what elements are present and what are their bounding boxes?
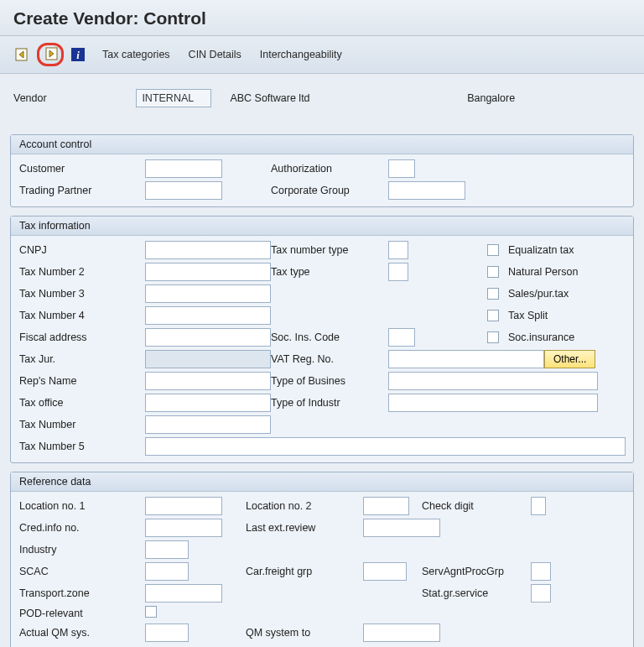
soc-insurance-label: Soc.insurance <box>508 331 626 343</box>
tax-number-4-input[interactable] <box>145 306 271 325</box>
last-ext-review-input[interactable] <box>363 519 440 537</box>
location-no-2-input[interactable] <box>363 497 409 515</box>
actual-qm-sys-input[interactable] <box>145 624 189 642</box>
scac-label: SCAC <box>19 566 145 577</box>
pod-relevant-checkbox[interactable] <box>145 606 157 618</box>
soc-ins-code-input[interactable] <box>388 328 415 347</box>
sales-pur-tax-checkbox[interactable] <box>487 288 499 300</box>
account-control-group: Account control Customer Authorization T… <box>10 134 634 207</box>
authorization-label: Authorization <box>271 163 388 175</box>
vendor-value: INTERNAL <box>136 89 211 107</box>
corporate-group-label: Corporate Group <box>271 185 388 196</box>
natural-person-checkbox[interactable] <box>487 266 499 278</box>
tax-categories-link[interactable]: Tax categories <box>99 47 174 62</box>
reps-name-input[interactable] <box>145 372 271 390</box>
toolbar: i Tax categories CIN Details Interchange… <box>0 36 644 74</box>
tax-type-label: Tax type <box>271 266 388 278</box>
transport-zone-input[interactable] <box>145 584 222 603</box>
actual-qm-sys-label: Actual QM sys. <box>19 627 145 639</box>
highlighted-next-button <box>37 43 64 66</box>
soc-insurance-checkbox[interactable] <box>487 331 499 343</box>
svg-text:i: i <box>76 49 80 61</box>
pod-relevant-label: POD-relevant <box>19 608 145 619</box>
qm-system-to-label: QM system to <box>246 627 363 639</box>
tax-number-type-label: Tax number type <box>271 244 388 256</box>
vendor-header-row: Vendor INTERNAL ABC Software ltd Bangalo… <box>0 74 644 129</box>
serv-agnt-proc-grp-input[interactable] <box>531 562 551 581</box>
vendor-name: ABC Software ltd <box>230 92 459 104</box>
stat-gr-service-input[interactable] <box>531 584 551 603</box>
equalizatn-tax-checkbox[interactable] <box>487 244 499 256</box>
check-digit-input[interactable] <box>531 497 546 515</box>
tax-split-label: Tax Split <box>508 310 626 321</box>
title-bar: Create Vendor: Control <box>0 0 644 36</box>
other-button[interactable]: Other... <box>544 350 595 368</box>
trading-partner-label: Trading Partner <box>19 185 145 196</box>
location-no-2-label: Location no. 2 <box>246 500 363 512</box>
tax-jur-input <box>145 350 271 368</box>
industry-label: Industry <box>19 544 145 556</box>
tax-number-3-input[interactable] <box>145 284 271 303</box>
tax-number-type-input[interactable] <box>388 241 408 259</box>
tax-number-3-label: Tax Number 3 <box>19 288 145 300</box>
interchangeability-link[interactable]: Interchangeability <box>257 47 345 62</box>
customer-input[interactable] <box>145 159 222 178</box>
tax-number-5-input[interactable] <box>145 437 626 456</box>
tax-split-checkbox[interactable] <box>487 310 499 321</box>
account-control-title: Account control <box>11 135 633 154</box>
tax-number-label: Tax Number <box>19 419 145 430</box>
tax-jur-label: Tax Jur. <box>19 353 145 365</box>
car-freight-grp-label: Car.freight grp <box>246 566 363 577</box>
prev-screen-icon[interactable] <box>13 46 32 63</box>
next-screen-icon[interactable] <box>41 45 60 62</box>
authorization-input[interactable] <box>388 159 415 178</box>
customer-label: Customer <box>19 163 145 175</box>
cnpj-input[interactable] <box>145 241 271 259</box>
natural-person-label: Natural Person <box>508 266 626 278</box>
tax-office-label: Tax office <box>19 397 145 409</box>
reps-name-label: Rep's Name <box>19 375 145 387</box>
vat-reg-no-label: VAT Reg. No. <box>271 353 388 365</box>
type-of-business-label: Type of Busines <box>271 375 388 387</box>
equalizatn-tax-label: Equalizatn tax <box>508 244 626 256</box>
cin-details-link[interactable]: CIN Details <box>185 47 245 62</box>
info-icon[interactable]: i <box>69 46 87 63</box>
page-title: Create Vendor: Control <box>13 8 631 29</box>
fiscal-address-input[interactable] <box>145 328 271 347</box>
vat-reg-no-input[interactable] <box>388 350 544 368</box>
vendor-label: Vendor <box>13 92 127 104</box>
qm-system-to-input[interactable] <box>363 624 440 642</box>
tax-number-5-label: Tax Number 5 <box>19 441 145 452</box>
transport-zone-label: Transport.zone <box>19 587 145 599</box>
type-of-business-input[interactable] <box>388 372 598 390</box>
vendor-city: Bangalore <box>467 92 631 104</box>
last-ext-review-label: Last ext.review <box>246 522 363 534</box>
type-of-industry-input[interactable] <box>388 394 598 412</box>
tax-type-input[interactable] <box>388 263 408 281</box>
sales-pur-tax-label: Sales/pur.tax <box>508 288 626 300</box>
reference-data-group: Reference data Location no. 1 Location n… <box>10 472 634 647</box>
corporate-group-input[interactable] <box>388 181 465 200</box>
location-no-1-label: Location no. 1 <box>19 500 145 512</box>
tax-number-2-input[interactable] <box>145 263 271 281</box>
soc-ins-code-label: Soc. Ins. Code <box>271 331 388 343</box>
scac-input[interactable] <box>145 562 189 581</box>
cred-info-no-label: Cred.info no. <box>19 522 145 534</box>
tax-number-2-label: Tax Number 2 <box>19 266 145 278</box>
tax-office-input[interactable] <box>145 394 271 412</box>
fiscal-address-label: Fiscal address <box>19 331 145 343</box>
tax-number-input[interactable] <box>145 415 271 434</box>
location-no-1-input[interactable] <box>145 497 222 515</box>
car-freight-grp-input[interactable] <box>363 562 407 581</box>
stat-gr-service-label: Stat.gr.service <box>422 587 531 599</box>
trading-partner-input[interactable] <box>145 181 222 200</box>
tax-information-title: Tax information <box>11 217 633 236</box>
type-of-industry-label: Type of Industr <box>271 397 388 409</box>
serv-agnt-proc-grp-label: ServAgntProcGrp <box>422 566 531 577</box>
cred-info-no-input[interactable] <box>145 519 222 537</box>
industry-input[interactable] <box>145 540 189 559</box>
tax-information-group: Tax information CNPJ Tax number type Equ… <box>10 216 634 463</box>
tax-number-4-label: Tax Number 4 <box>19 310 145 321</box>
reference-data-title: Reference data <box>11 472 633 492</box>
cnpj-label: CNPJ <box>19 244 145 256</box>
